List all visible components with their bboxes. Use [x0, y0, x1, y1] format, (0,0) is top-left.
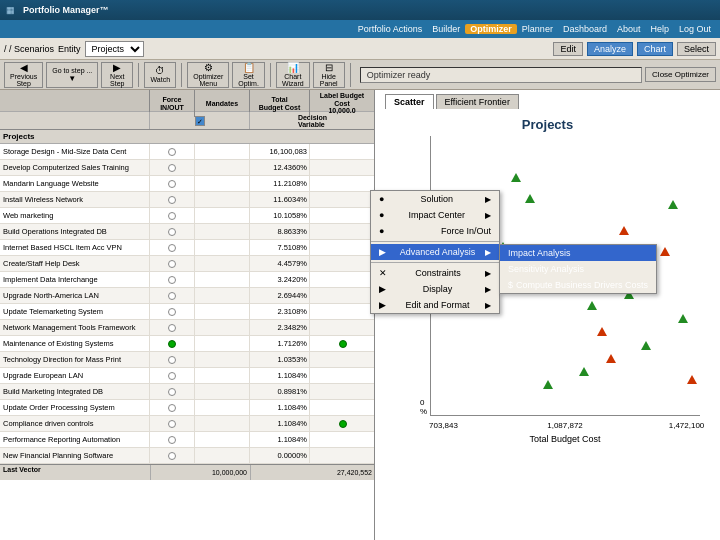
row-budget: 1.7126%: [250, 336, 310, 351]
prev-step-button[interactable]: ◀ PreviousStep: [4, 62, 43, 88]
nav-optimizer[interactable]: Optimizer: [465, 24, 517, 34]
x-axis: [430, 415, 700, 416]
app-logo: ▦: [6, 5, 15, 15]
row-force[interactable]: [150, 352, 195, 367]
row-name: Storage Design - Mid-Size Data Cent: [0, 144, 150, 159]
row-force[interactable]: [150, 256, 195, 271]
scatter-dot: [687, 375, 697, 384]
row-mandate: [195, 432, 250, 447]
ctx-force-label: Force In/Out: [441, 226, 491, 236]
entity-select[interactable]: Projects: [85, 41, 144, 57]
separator-4: [350, 63, 351, 87]
sub-menu-advanced: Impact Analysis Sensitivity Analysis $ C…: [499, 244, 657, 294]
table-row: Upgrade North-America LAN2.6944%: [0, 288, 374, 304]
row-force[interactable]: [150, 400, 195, 415]
goto-step-label: Go to step ...: [52, 67, 92, 74]
scatter-dot: [668, 200, 678, 209]
row-name: Update Order Processing System: [0, 400, 150, 415]
row-force[interactable]: [150, 384, 195, 399]
row-name: Web marketing: [0, 208, 150, 223]
select-button[interactable]: Select: [677, 42, 716, 56]
ctx-solution-label: Solution: [420, 194, 453, 204]
submenu-compute-drivers[interactable]: $ Compute Business Drivers Costs: [500, 277, 656, 293]
submenu-impact-analysis[interactable]: Impact Analysis: [500, 245, 656, 261]
toolbar: ◀ PreviousStep Go to step ... ▼ ▶ NextSt…: [0, 60, 720, 90]
entity-label: Entity: [58, 44, 81, 54]
row-mandate: [195, 224, 250, 239]
edit-button[interactable]: Edit: [553, 42, 583, 56]
row-name: Upgrade European LAN: [0, 368, 150, 383]
ctx-sep-1: [371, 241, 499, 242]
next-step-button[interactable]: ▶ NextStep: [101, 62, 133, 88]
row-force[interactable]: [150, 240, 195, 255]
row-force[interactable]: [150, 304, 195, 319]
row-decision: [310, 400, 374, 415]
tab-scatter[interactable]: Scatter: [385, 94, 434, 109]
context-menu-overlay: ● Solution ▶ ● Impact Center ▶ ● Force I…: [370, 190, 500, 314]
close-optimizer-button[interactable]: Close Optimizer: [645, 67, 716, 82]
select-all-checkbox[interactable]: ✓: [195, 116, 205, 126]
goto-step-button[interactable]: Go to step ... ▼: [46, 62, 98, 88]
nav-dashboard[interactable]: Dashboard: [558, 24, 612, 34]
ctx-force-inout[interactable]: ● Force In/Out: [371, 223, 499, 239]
row-decision: [310, 416, 374, 431]
nav-logout[interactable]: Log Out: [674, 24, 716, 34]
row-force[interactable]: [150, 432, 195, 447]
chart-button[interactable]: Chart: [637, 42, 673, 56]
scatter-dot: [579, 367, 589, 376]
optimizer-menu-icon: ⚙: [204, 63, 213, 73]
row-force[interactable]: [150, 320, 195, 335]
ctx-solution[interactable]: ● Solution ▶: [371, 191, 499, 207]
submenu-sensitivity[interactable]: Sensitivity Analysis: [500, 261, 656, 277]
nav-planner[interactable]: Planner: [517, 24, 558, 34]
ctx-edit-format[interactable]: ▶ Edit and Format ▶: [371, 297, 499, 313]
hide-panel-label: HidePanel: [320, 73, 338, 87]
row-force[interactable]: [150, 448, 195, 463]
nav-portfolio-actions[interactable]: Portfolio Actions: [353, 24, 428, 34]
left-panel: ForceIN/OUT Mandates TotalBudget Cost La…: [0, 90, 375, 540]
watch-button[interactable]: ⏱ Watch: [144, 62, 176, 88]
row-force[interactable]: [150, 288, 195, 303]
ctx-impact-center[interactable]: ● Impact Center ▶: [371, 207, 499, 223]
row-force[interactable]: [150, 160, 195, 175]
set-options-label: SetOptim.: [238, 73, 259, 87]
row-force[interactable]: [150, 368, 195, 383]
table-row: Web marketing10.1058%: [0, 208, 374, 224]
row-mandate: [195, 160, 250, 175]
chart-wizard-button[interactable]: 📊 ChartWizard: [276, 62, 310, 88]
row-force[interactable]: [150, 208, 195, 223]
row-force[interactable]: [150, 416, 195, 431]
ctx-adv-label: Advanced Analysis: [400, 247, 476, 257]
ctx-display[interactable]: ▶ Display ▶: [371, 281, 499, 297]
table-row: Network Management Tools Framework2.3482…: [0, 320, 374, 336]
analyze-button[interactable]: Analyze: [587, 42, 633, 56]
row-force[interactable]: [150, 224, 195, 239]
nav-help[interactable]: Help: [645, 24, 674, 34]
ctx-constraints[interactable]: ✕ Constraints ▶: [371, 265, 499, 281]
row-mandate: [195, 256, 250, 271]
nav-about[interactable]: About: [612, 24, 646, 34]
right-panel: Scatter Efficient Frontier Projects Valu…: [375, 90, 720, 540]
optimizer-menu-button[interactable]: ⚙ OptimizerMenu: [187, 62, 229, 88]
row-mandate: [195, 320, 250, 335]
set-options-button[interactable]: 📋 SetOptim.: [232, 62, 265, 88]
row-force[interactable]: [150, 272, 195, 287]
ctx-solution-icon: ●: [379, 194, 384, 204]
row-force[interactable]: [150, 144, 195, 159]
ctx-sep-2: [371, 262, 499, 263]
ctx-force-icon: ●: [379, 226, 384, 236]
ctx-impact-icon: ●: [379, 210, 384, 220]
table-row: Update Order Processing System1.1084%: [0, 400, 374, 416]
row-force[interactable]: [150, 336, 195, 351]
row-mandate: [195, 240, 250, 255]
tab-efficient-frontier[interactable]: Efficient Frontier: [436, 94, 519, 109]
row-force[interactable]: [150, 192, 195, 207]
ctx-advanced-analysis[interactable]: ▶ Advanced Analysis ▶ Impact Analysis Se…: [371, 244, 499, 260]
row-decision: [310, 432, 374, 447]
optimizer-ready-status: Optimizer ready: [360, 67, 642, 83]
nav-builder[interactable]: Builder: [427, 24, 465, 34]
row-force[interactable]: [150, 176, 195, 191]
hide-panel-button[interactable]: ⊟ HidePanel: [313, 62, 345, 88]
row-mandate: [195, 288, 250, 303]
row-decision: [310, 208, 374, 223]
